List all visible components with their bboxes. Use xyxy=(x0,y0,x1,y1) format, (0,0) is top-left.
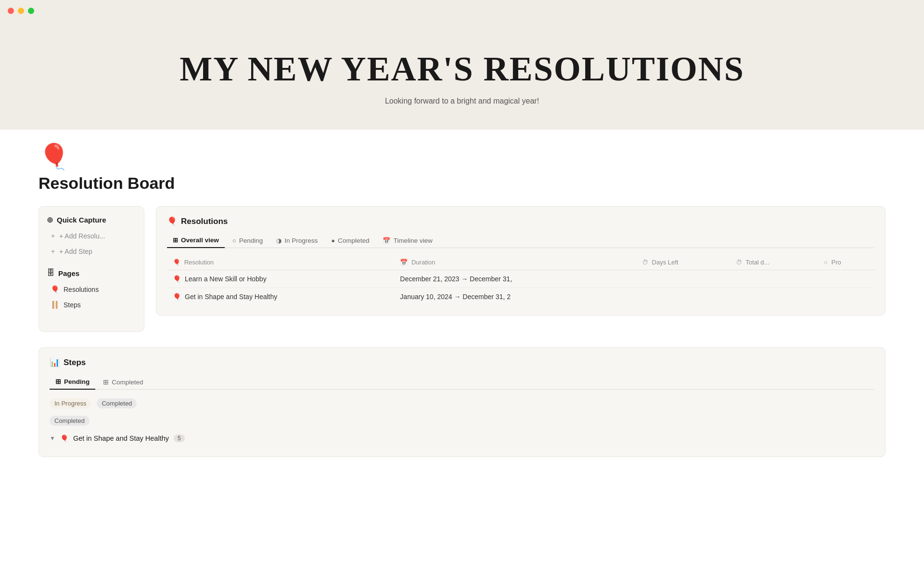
steps-tab-pending[interactable]: ⊞ Pending xyxy=(50,374,95,390)
two-column-layout: ⊕ Quick Capture ＋ + Add Resolu... ＋ + Ad… xyxy=(38,206,886,332)
steps-group-icon: 🎈 xyxy=(60,434,68,442)
minimize-button[interactable] xyxy=(18,8,24,14)
main-content: 🎈 Resolution Board ⊕ Quick Capture ＋ + A… xyxy=(0,130,924,476)
col-days-left: ⏱ Days Left xyxy=(636,255,730,270)
hero-section: MY NEW YEAR'S RESOLUTIONS Looking forwar… xyxy=(0,21,924,130)
row1-total-d xyxy=(730,270,818,288)
col-duration-label: Duration xyxy=(411,259,435,266)
steps-nav-icon: 🪜 xyxy=(51,301,60,309)
col-resolution-label: Resolution xyxy=(184,259,214,266)
tab-pending[interactable]: ○ Pending xyxy=(227,233,269,248)
resolutions-panel-title: Resolutions xyxy=(181,217,228,226)
overall-view-icon: ⊞ xyxy=(173,236,178,244)
sidebar-item-resolutions[interactable]: 🎈 Resolutions xyxy=(47,282,136,297)
tab-overall-label: Overall view xyxy=(181,236,219,244)
add-step-plus-icon: ＋ xyxy=(50,247,56,256)
row1-resolution-text: Learn a New Skill or Hobby xyxy=(185,275,267,283)
resolution-cell-2: 🎈 Get in Shape and Stay Healthy xyxy=(173,293,388,301)
table-row[interactable]: 🎈 Learn a New Skill or Hobby December 21… xyxy=(167,270,874,288)
table-header-row: 🎈 Resolution 📅 Duration ⏱ Days Left xyxy=(167,255,874,270)
col-resolution: 🎈 Resolution xyxy=(167,255,394,270)
maximize-button[interactable] xyxy=(28,8,34,14)
completed-icon: ● xyxy=(331,237,335,244)
resolution-dot-2: 🎈 xyxy=(173,293,181,301)
steps-tab-completed-icon: ⊞ xyxy=(103,378,109,386)
quick-capture-section: ⊕ Quick Capture ＋ + Add Resolu... ＋ + Ad… xyxy=(47,215,136,258)
hero-title: MY NEW YEAR'S RESOLUTIONS xyxy=(10,50,914,88)
balloon-area: 🎈 xyxy=(38,144,886,169)
steps-tab-pending-label: Pending xyxy=(64,378,90,385)
col-total-d-icon: ⏱ xyxy=(736,259,742,266)
in-progress-icon: ◑ xyxy=(276,237,282,244)
col-days-left-label: Days Left xyxy=(652,259,679,266)
pages-title: 🗄 Pages xyxy=(47,269,136,277)
sidebar-item-steps[interactable]: 🪜 Steps xyxy=(47,298,136,312)
row2-resolution-text: Get in Shape and Stay Healthy xyxy=(185,293,277,301)
steps-tab-completed-label: Completed xyxy=(112,379,143,386)
col-days-left-icon: ⏱ xyxy=(642,259,648,266)
tab-completed[interactable]: ● Completed xyxy=(325,233,375,248)
row2-days-left xyxy=(636,288,730,306)
col-progress: ○ Pro xyxy=(818,255,874,270)
resolutions-panel-header: 🎈 Resolutions xyxy=(167,216,874,226)
steps-group-row[interactable]: ▼ 🎈 Get in Shape and Stay Healthy 5 xyxy=(50,430,874,447)
resolutions-tabs: ⊞ Overall view ○ Pending ◑ In Progress ●… xyxy=(167,233,874,248)
steps-group-label: Get in Shape and Stay Healthy xyxy=(73,434,169,442)
completed-badge-area: Completed xyxy=(50,416,874,425)
col-total-d: ⏱ Total d... xyxy=(730,255,818,270)
add-resolution-plus-icon: ＋ xyxy=(50,232,56,240)
add-resolution-label: + Add Resolu... xyxy=(59,232,105,240)
tab-completed-label: Completed xyxy=(338,237,369,244)
tab-in-progress-label: In Progress xyxy=(284,237,318,244)
status-badges-row: In Progress Completed xyxy=(50,396,874,410)
row1-duration: December 21, 2023 → December 31, xyxy=(394,270,636,288)
row2-total-d xyxy=(730,288,818,306)
add-step-button[interactable]: ＋ + Add Step xyxy=(47,245,136,258)
resolutions-panel-icon: 🎈 xyxy=(167,216,177,226)
col-progress-icon: ○ xyxy=(824,259,828,266)
quick-capture-icon: ⊕ xyxy=(47,215,53,224)
steps-nav-label: Steps xyxy=(64,301,81,309)
tab-overall-view[interactable]: ⊞ Overall view xyxy=(167,233,225,248)
tab-in-progress[interactable]: ◑ In Progress xyxy=(270,233,323,248)
add-resolution-button[interactable]: ＋ + Add Resolu... xyxy=(47,229,136,243)
pages-label: Pages xyxy=(58,269,79,277)
close-button[interactable] xyxy=(8,8,14,14)
steps-icon: 📊 xyxy=(50,357,60,368)
resolutions-nav-icon: 🎈 xyxy=(51,285,60,294)
quick-capture-title: ⊕ Quick Capture xyxy=(47,215,136,224)
sidebar: ⊕ Quick Capture ＋ + Add Resolu... ＋ + Ad… xyxy=(38,206,144,332)
resolution-cell-1: 🎈 Learn a New Skill or Hobby xyxy=(173,275,388,283)
pages-section: 🗄 Pages 🎈 Resolutions 🪜 Steps xyxy=(47,269,136,312)
steps-tabs: ⊞ Pending ⊞ Completed xyxy=(50,374,874,390)
col-duration: 📅 Duration xyxy=(394,255,636,270)
hero-subtitle: Looking forward to a bright and magical … xyxy=(10,97,914,105)
in-progress-status-badge: In Progress xyxy=(50,398,91,408)
completed-status-badge-1: Completed xyxy=(97,398,137,408)
steps-count-badge: 5 xyxy=(174,434,185,442)
steps-header: 📊 Steps xyxy=(50,357,874,368)
pending-icon: ○ xyxy=(232,237,236,244)
board-heading: Resolution Board xyxy=(38,174,886,193)
col-resolution-icon: 🎈 xyxy=(173,259,180,266)
col-duration-icon: 📅 xyxy=(400,259,408,266)
col-progress-label: Pro xyxy=(832,259,841,266)
steps-expand-icon: ▼ xyxy=(50,435,55,442)
row2-progress xyxy=(818,288,874,306)
tab-timeline-view[interactable]: 📅 Timeline view xyxy=(377,233,438,248)
tab-pending-label: Pending xyxy=(239,237,263,244)
timeline-icon: 📅 xyxy=(383,237,390,244)
quick-capture-label: Quick Capture xyxy=(57,216,106,224)
steps-section: 📊 Steps ⊞ Pending ⊞ Completed In Progres… xyxy=(38,347,886,457)
row2-duration: January 10, 2024 → December 31, 2 xyxy=(394,288,636,306)
col-total-d-label: Total d... xyxy=(745,259,769,266)
pages-icon: 🗄 xyxy=(47,269,54,277)
steps-title: Steps xyxy=(64,358,86,368)
steps-tab-completed[interactable]: ⊞ Completed xyxy=(97,374,149,390)
resolutions-panel: 🎈 Resolutions ⊞ Overall view ○ Pending ◑… xyxy=(156,206,886,315)
balloon-icon: 🎈 xyxy=(38,143,70,171)
resolution-dot-1: 🎈 xyxy=(173,275,181,283)
tab-timeline-label: Timeline view xyxy=(393,237,432,244)
row1-progress xyxy=(818,270,874,288)
table-row[interactable]: 🎈 Get in Shape and Stay Healthy January … xyxy=(167,288,874,306)
